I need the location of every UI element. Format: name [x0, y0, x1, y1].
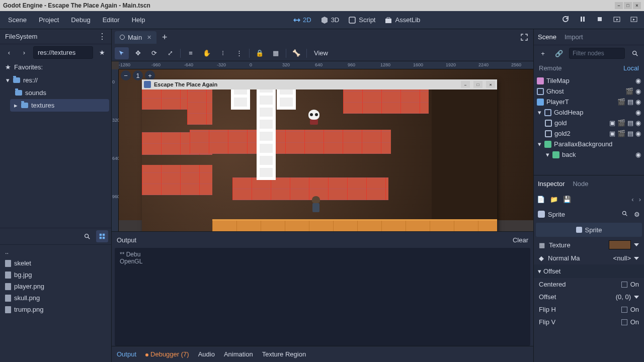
tool-ruler-icon[interactable]: ⁝ — [216, 47, 230, 59]
mode-3d[interactable]: 3D — [320, 16, 340, 24]
save-resource-icon[interactable]: 💾 — [563, 196, 571, 203]
game-minimize-button[interactable]: – — [461, 81, 470, 88]
tool-list-icon[interactable]: ≡ — [184, 47, 198, 59]
mode-script[interactable]: Script — [348, 16, 375, 24]
file-item[interactable]: trump.png — [0, 304, 111, 315]
add-node-icon[interactable]: + — [537, 47, 549, 59]
zoom-out-icon[interactable]: − — [121, 70, 131, 80]
group-icon[interactable]: ▦ — [269, 47, 283, 59]
eye-icon[interactable]: ◉ — [635, 151, 641, 158]
eye-icon[interactable]: ◉ — [635, 87, 641, 95]
eye-icon[interactable]: ◉ — [635, 77, 641, 84]
game-window-titlebar[interactable]: Escape The Place Again – □ × — [142, 79, 497, 89]
inspector-class[interactable]: Sprite — [536, 223, 642, 237]
file-item[interactable]: player.png — [0, 281, 111, 292]
tool-move-icon[interactable]: ✥ — [131, 47, 145, 59]
maximize-button[interactable]: □ — [624, 2, 632, 9]
sig-icon[interactable]: ▣ — [609, 130, 615, 137]
scene-icon[interactable]: 🎬 — [617, 98, 625, 106]
play-scene-icon[interactable] — [613, 15, 621, 25]
sig-icon[interactable]: ▣ — [609, 119, 615, 127]
eye-icon[interactable]: ◉ — [635, 130, 641, 137]
tab-node[interactable]: Node — [573, 180, 588, 188]
scene-tab-main[interactable]: Main✕ — [115, 31, 156, 44]
menu-scene[interactable]: Scene — [2, 13, 33, 27]
script-icon[interactable]: ▤ — [627, 98, 633, 106]
history-fwd-icon[interactable]: › — [639, 196, 641, 203]
fs-folder-sounds[interactable]: sounds — [0, 86, 111, 99]
tab-scene[interactable]: Scene — [538, 33, 556, 41]
game-window[interactable]: Escape The Place Again – □ × — [142, 79, 497, 231]
file-item[interactable]: skull.png — [0, 292, 111, 304]
close-button[interactable]: × — [633, 2, 641, 9]
eye-icon[interactable]: ◉ — [635, 98, 641, 106]
search-icon[interactable] — [81, 230, 93, 242]
prop-flip-v[interactable]: Flip V On — [534, 316, 644, 328]
scene-node[interactable]: ▾back◉ — [534, 149, 644, 160]
grid-view-icon[interactable] — [96, 230, 108, 242]
menu-help[interactable]: Help — [126, 13, 151, 27]
scene-node[interactable]: ▾ParallaxBackground — [534, 139, 644, 149]
script-icon[interactable]: ▤ — [627, 130, 633, 137]
prop-flip-h[interactable]: Flip H On — [534, 303, 644, 316]
game-maximize-button[interactable]: □ — [473, 81, 482, 88]
scene-icon[interactable]: 🎬 — [617, 119, 625, 127]
nav-back-icon[interactable]: ‹ — [3, 46, 15, 58]
path-field[interactable]: res://textures — [33, 46, 93, 59]
tab-inspector[interactable]: Inspector — [538, 180, 565, 188]
stop-icon[interactable] — [596, 15, 604, 25]
tools-icon[interactable]: ⚙ — [634, 211, 640, 218]
add-tab-icon[interactable]: + — [158, 31, 171, 43]
link-icon[interactable]: 🔗 — [553, 47, 565, 59]
local-button[interactable]: Local — [623, 64, 639, 72]
close-tab-icon[interactable]: ✕ — [147, 34, 151, 41]
lock-icon[interactable]: 🔒 — [253, 47, 267, 59]
scene-icon[interactable]: 🎬 — [617, 130, 625, 137]
tool-scale-icon[interactable]: ⤢ — [163, 47, 177, 59]
tab-texture-region[interactable]: Texture Region — [262, 350, 306, 358]
tab-animation[interactable]: Animation — [224, 350, 253, 358]
fs-folder-textures[interactable]: ▸textures — [10, 99, 109, 112]
tool-select-icon[interactable] — [115, 47, 129, 59]
history-back-icon[interactable]: ‹ — [631, 196, 633, 203]
prop-offset[interactable]: Offset (0, 0) — [534, 291, 644, 303]
menu-editor[interactable]: Editor — [97, 13, 126, 27]
search-icon[interactable] — [621, 210, 628, 218]
tab-debugger[interactable]: Debugger (7) — [145, 350, 189, 358]
canvas-viewport[interactable]: -1280-960-640-32003206409601280160019202… — [112, 61, 533, 231]
scene-node[interactable]: Ghost🎬◉ — [534, 86, 644, 97]
fs-root[interactable]: ▾res:// — [0, 74, 111, 86]
nav-fwd-icon[interactable]: › — [18, 46, 30, 58]
file-item[interactable]: bg.jpg — [0, 269, 111, 281]
scene-icon[interactable]: 🎬 — [625, 87, 633, 95]
eye-icon[interactable]: ◉ — [635, 119, 641, 127]
mode-assetlib[interactable]: AssetLib — [384, 16, 420, 24]
eye-icon[interactable]: ◉ — [635, 109, 641, 116]
file-item[interactable]: skelet — [0, 257, 111, 269]
prop-texture[interactable]: ▦Texture — [534, 238, 644, 252]
minimize-button[interactable]: – — [615, 2, 623, 9]
menu-debug[interactable]: Debug — [65, 13, 96, 27]
filesystem-tab[interactable]: FileSystem⋮ — [0, 29, 111, 44]
tab-audio[interactable]: Audio — [198, 350, 215, 358]
view-menu[interactable]: View — [310, 49, 332, 57]
zoom-reset-icon[interactable]: 1 — [133, 70, 143, 80]
prop-normal-map[interactable]: ◆Normal Ma <null> — [534, 252, 644, 264]
tab-output[interactable]: Output — [117, 350, 136, 358]
play-custom-icon[interactable] — [630, 15, 638, 25]
load-resource-icon[interactable]: 📁 — [550, 196, 558, 203]
new-resource-icon[interactable]: 📄 — [537, 196, 545, 203]
pause-icon[interactable] — [579, 15, 587, 25]
bone-icon[interactable]: 🦴 — [289, 47, 303, 59]
script-icon[interactable]: ▤ — [627, 119, 633, 127]
remote-button[interactable]: Remote — [539, 64, 562, 72]
tool-rotate-icon[interactable]: ⟳ — [147, 47, 161, 59]
scene-node[interactable]: gold▣🎬▤◉ — [534, 118, 644, 128]
distraction-free-icon[interactable] — [518, 31, 530, 43]
mode-2d[interactable]: 2D — [292, 16, 311, 24]
scene-node[interactable]: ▾GoldHeap◉ — [534, 107, 644, 118]
file-up[interactable]: .. — [0, 246, 111, 257]
zoom-in-icon[interactable]: + — [145, 70, 155, 80]
output-log[interactable]: ** Debu OpenGL — [115, 248, 530, 346]
scene-node[interactable]: gold2▣🎬▤◉ — [534, 128, 644, 139]
